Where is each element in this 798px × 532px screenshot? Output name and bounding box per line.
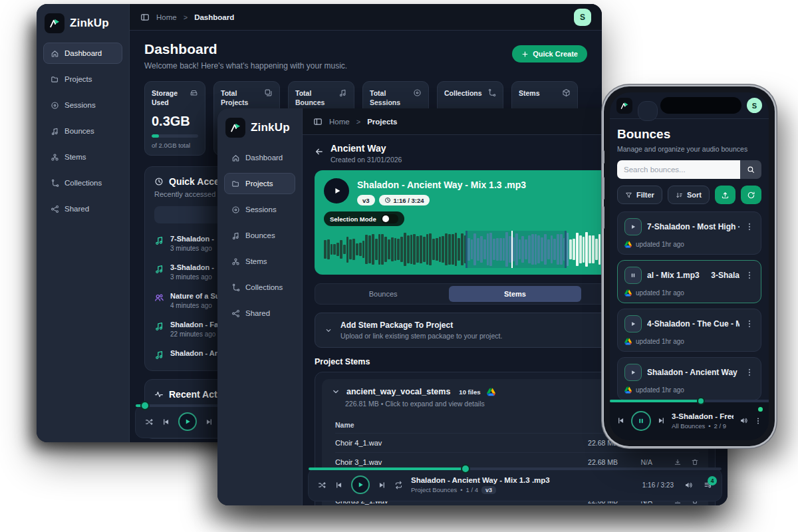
- pause-button[interactable]: [631, 411, 651, 431]
- previous-track-button[interactable]: [334, 481, 343, 489]
- page-title: Bounces: [617, 127, 761, 142]
- waveform-selection-region[interactable]: [466, 231, 567, 268]
- sidebar-toggle-icon[interactable]: [140, 13, 150, 22]
- play-button[interactable]: [624, 315, 642, 332]
- sidebar-item-dashboard[interactable]: Dashboard: [224, 147, 295, 168]
- breadcrumb-current[interactable]: Projects: [367, 118, 397, 126]
- waveform-playhead[interactable]: [511, 231, 513, 268]
- previous-track-button[interactable]: [616, 416, 625, 425]
- projects-sidebar: ZinkUp Dashboard Projects Sessions Bounc…: [217, 108, 303, 505]
- bounce-name-marquee: 3-Shala: [711, 271, 739, 280]
- sidebar-item-shared[interactable]: Shared: [224, 303, 295, 324]
- stat-card-storage[interactable]: Storage Used 0.3GB of 2.0GB total: [144, 81, 205, 156]
- tab-bounces[interactable]: Bounces: [317, 286, 449, 302]
- repeat-button[interactable]: [394, 481, 403, 489]
- sidebar-item-label: Shared: [65, 205, 89, 213]
- app-logo-text: ZinkUp: [70, 17, 109, 30]
- user-avatar[interactable]: S: [574, 9, 591, 26]
- more-options-icon[interactable]: [745, 222, 754, 231]
- queue-button[interactable]: 4: [704, 481, 712, 489]
- playback-time: 1:16 / 3:23: [642, 481, 674, 489]
- sidebar-item-label: Stems: [65, 153, 86, 161]
- player-progress-track[interactable]: [309, 467, 722, 470]
- sidebar-item-projects[interactable]: Projects: [43, 68, 122, 90]
- bounce-card[interactable]: 4-Shaladon - The Cue - Mi... updated 1hr…: [617, 309, 761, 352]
- upload-button[interactable]: [715, 186, 735, 204]
- play-button[interactable]: [178, 412, 197, 431]
- music-note-icon: [51, 127, 59, 136]
- search-input[interactable]: [617, 160, 740, 179]
- filter-button[interactable]: Filter: [617, 186, 662, 204]
- music-note-icon: [231, 231, 240, 240]
- play-button[interactable]: [624, 218, 642, 235]
- shuffle-button[interactable]: [318, 481, 327, 489]
- selection-mode-control[interactable]: Selection Mode: [324, 211, 404, 226]
- breadcrumb-home[interactable]: Home: [329, 118, 350, 126]
- shuffle-button[interactable]: [145, 418, 154, 426]
- home-icon: [51, 49, 59, 58]
- pause-button[interactable]: [624, 267, 642, 284]
- sort-button[interactable]: Sort: [668, 186, 710, 204]
- quick-create-button[interactable]: Quick Create: [512, 45, 587, 63]
- upload-icon: [721, 191, 730, 200]
- play-button[interactable]: [624, 364, 642, 381]
- trash-icon[interactable]: [691, 458, 699, 466]
- sidebar-item-bounces[interactable]: Bounces: [224, 225, 295, 246]
- back-button[interactable]: [315, 145, 324, 157]
- tab-stems[interactable]: Stems: [449, 286, 581, 302]
- project-mini-player: Shaladon - Ancient Way - Mix 1.3 .mp3 Pr…: [308, 468, 722, 501]
- sidebar-toggle-icon[interactable]: [638, 101, 658, 121]
- stat-label: Total Sessions: [370, 88, 408, 107]
- folder-icon: [231, 180, 240, 188]
- next-track-button[interactable]: [657, 416, 666, 425]
- search-button[interactable]: [740, 160, 761, 179]
- more-options-icon[interactable]: [754, 417, 762, 425]
- sidebar-item-stems[interactable]: Stems: [224, 251, 295, 272]
- zinkup-logo-icon: [45, 13, 65, 33]
- google-drive-icon: [624, 386, 632, 394]
- player-progress-knob[interactable]: [697, 397, 705, 405]
- bounce-card[interactable]: Shaladon - Ancient Way - ... updated 1hr…: [617, 357, 761, 400]
- volume-button[interactable]: [684, 481, 693, 489]
- download-icon[interactable]: [674, 458, 682, 466]
- home-icon: [231, 154, 240, 162]
- bullet-separator: •: [460, 486, 462, 493]
- more-options-icon[interactable]: [745, 271, 754, 280]
- volume-button[interactable]: [739, 416, 748, 425]
- next-track-button[interactable]: [378, 481, 386, 489]
- breadcrumb-current[interactable]: Dashboard: [194, 13, 234, 21]
- player-progress-knob[interactable]: [461, 464, 470, 473]
- sidebar-toggle-icon[interactable]: [313, 117, 323, 126]
- sidebar-item-sessions[interactable]: Sessions: [43, 94, 122, 116]
- sidebar-item-collections[interactable]: Collections: [43, 172, 122, 194]
- player-progress-track[interactable]: [610, 400, 769, 402]
- sidebar-item-bounces[interactable]: Bounces: [43, 120, 122, 142]
- sidebar-item-sessions[interactable]: Sessions: [224, 199, 295, 220]
- sidebar-item-label: Collections: [245, 283, 283, 291]
- sidebar-item-collections[interactable]: Collections: [224, 277, 295, 298]
- play-button[interactable]: [351, 475, 370, 494]
- player-progress-fill: [309, 467, 466, 470]
- more-options-icon[interactable]: [745, 368, 754, 377]
- sidebar-item-projects[interactable]: Projects: [224, 173, 295, 194]
- breadcrumb-separator: >: [356, 118, 360, 126]
- now-playing-position: 1 / 4: [466, 486, 479, 493]
- track-title: Shaladon - Ancient Way - Mix 1.3 .mp3: [357, 180, 526, 190]
- play-button[interactable]: [324, 178, 349, 203]
- player-progress-knob[interactable]: [140, 401, 150, 410]
- previous-track-button[interactable]: [162, 418, 170, 426]
- selection-mode-toggle[interactable]: [381, 214, 398, 223]
- storage-value: 0.3GB: [152, 114, 198, 129]
- file-duration: N/A: [618, 458, 652, 466]
- next-track-button[interactable]: [205, 418, 213, 426]
- breadcrumb-home[interactable]: Home: [156, 13, 177, 21]
- bounce-card[interactable]: 7-Shaladon - Most High - ... updated 1hr…: [617, 211, 761, 255]
- sync-button[interactable]: [741, 186, 761, 204]
- bounce-name: 4-Shaladon - The Cue - Mi...: [647, 319, 739, 329]
- sidebar-item-dashboard[interactable]: Dashboard: [43, 43, 122, 64]
- more-options-icon[interactable]: [745, 319, 754, 329]
- sidebar-item-stems[interactable]: Stems: [43, 146, 122, 168]
- bounce-card-playing[interactable]: al - Mix 1.mp3 3-Shala updated 1hr ago: [617, 260, 761, 303]
- sidebar-item-shared[interactable]: Shared: [43, 198, 122, 219]
- user-avatar[interactable]: S: [747, 98, 762, 113]
